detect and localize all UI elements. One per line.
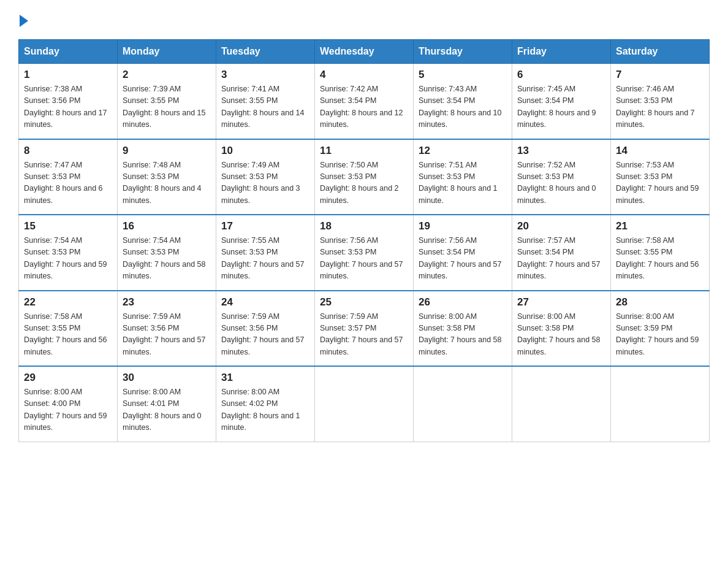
- column-header-tuesday: Tuesday: [216, 40, 315, 64]
- day-number: 14: [616, 145, 704, 157]
- calendar-day-20: 20 Sunrise: 7:57 AM Sunset: 3:54 PM Dayl…: [512, 215, 611, 291]
- day-info: Sunrise: 7:38 AM Sunset: 3:56 PM Dayligh…: [24, 83, 112, 131]
- calendar-day-10: 10 Sunrise: 7:49 AM Sunset: 3:53 PM Dayl…: [216, 139, 315, 215]
- calendar-day-28: 28 Sunrise: 8:00 AM Sunset: 3:59 PM Dayl…: [611, 291, 710, 367]
- calendar-day-31: 31 Sunrise: 8:00 AM Sunset: 4:02 PM Dayl…: [216, 366, 315, 442]
- day-number: 11: [320, 145, 408, 157]
- calendar-day-13: 13 Sunrise: 7:52 AM Sunset: 3:53 PM Dayl…: [512, 139, 611, 215]
- calendar-day-27: 27 Sunrise: 8:00 AM Sunset: 3:58 PM Dayl…: [512, 291, 611, 367]
- day-info: Sunrise: 7:48 AM Sunset: 3:53 PM Dayligh…: [123, 159, 211, 207]
- day-number: 8: [24, 145, 112, 157]
- calendar-day-9: 9 Sunrise: 7:48 AM Sunset: 3:53 PM Dayli…: [118, 139, 216, 215]
- day-info: Sunrise: 7:45 AM Sunset: 3:54 PM Dayligh…: [517, 83, 605, 131]
- day-number: 21: [616, 220, 704, 232]
- calendar-day-15: 15 Sunrise: 7:54 AM Sunset: 3:53 PM Dayl…: [19, 215, 118, 291]
- logo-arrow-icon: [20, 15, 28, 27]
- calendar-week-row: 29 Sunrise: 8:00 AM Sunset: 4:00 PM Dayl…: [19, 366, 710, 442]
- calendar-table: SundayMondayTuesdayWednesdayThursdayFrid…: [18, 39, 710, 442]
- calendar-empty-cell: [414, 366, 512, 442]
- day-number: 23: [123, 296, 211, 308]
- calendar-day-4: 4 Sunrise: 7:42 AM Sunset: 3:54 PM Dayli…: [315, 64, 414, 139]
- day-info: Sunrise: 8:00 AM Sunset: 3:58 PM Dayligh…: [517, 311, 605, 359]
- calendar-day-12: 12 Sunrise: 7:51 AM Sunset: 3:53 PM Dayl…: [414, 139, 512, 215]
- calendar-day-24: 24 Sunrise: 7:59 AM Sunset: 3:56 PM Dayl…: [216, 291, 315, 367]
- calendar-week-row: 8 Sunrise: 7:47 AM Sunset: 3:53 PM Dayli…: [19, 139, 710, 215]
- day-number: 9: [123, 145, 211, 157]
- day-number: 13: [517, 145, 605, 157]
- calendar-day-23: 23 Sunrise: 7:59 AM Sunset: 3:56 PM Dayl…: [118, 291, 216, 367]
- day-number: 30: [123, 372, 211, 384]
- day-info: Sunrise: 7:50 AM Sunset: 3:53 PM Dayligh…: [320, 159, 408, 207]
- column-header-friday: Friday: [512, 40, 611, 64]
- calendar-week-row: 22 Sunrise: 7:58 AM Sunset: 3:55 PM Dayl…: [19, 291, 710, 367]
- calendar-day-2: 2 Sunrise: 7:39 AM Sunset: 3:55 PM Dayli…: [118, 64, 216, 139]
- day-info: Sunrise: 7:47 AM Sunset: 3:53 PM Dayligh…: [24, 159, 112, 207]
- calendar-day-11: 11 Sunrise: 7:50 AM Sunset: 3:53 PM Dayl…: [315, 139, 414, 215]
- day-info: Sunrise: 7:55 AM Sunset: 3:53 PM Dayligh…: [221, 235, 309, 283]
- calendar-day-22: 22 Sunrise: 7:58 AM Sunset: 3:55 PM Dayl…: [19, 291, 118, 367]
- day-number: 12: [419, 145, 507, 157]
- day-info: Sunrise: 8:00 AM Sunset: 4:01 PM Dayligh…: [123, 386, 211, 434]
- day-number: 29: [24, 372, 112, 384]
- day-number: 24: [221, 296, 309, 308]
- calendar-empty-cell: [512, 366, 611, 442]
- column-header-thursday: Thursday: [414, 40, 512, 64]
- page-header: [18, 12, 710, 27]
- calendar-week-row: 15 Sunrise: 7:54 AM Sunset: 3:53 PM Dayl…: [19, 215, 710, 291]
- day-number: 26: [419, 296, 507, 308]
- calendar-day-5: 5 Sunrise: 7:43 AM Sunset: 3:54 PM Dayli…: [414, 64, 512, 139]
- calendar-header-row: SundayMondayTuesdayWednesdayThursdayFrid…: [19, 40, 710, 64]
- day-number: 20: [517, 220, 605, 232]
- day-info: Sunrise: 7:52 AM Sunset: 3:53 PM Dayligh…: [517, 159, 605, 207]
- day-number: 28: [616, 296, 704, 308]
- day-number: 22: [24, 296, 112, 308]
- calendar-day-7: 7 Sunrise: 7:46 AM Sunset: 3:53 PM Dayli…: [611, 64, 710, 139]
- day-number: 3: [221, 69, 309, 81]
- day-info: Sunrise: 8:00 AM Sunset: 4:02 PM Dayligh…: [221, 386, 309, 434]
- day-info: Sunrise: 7:56 AM Sunset: 3:53 PM Dayligh…: [320, 235, 408, 283]
- day-info: Sunrise: 7:41 AM Sunset: 3:55 PM Dayligh…: [221, 83, 309, 131]
- calendar-day-26: 26 Sunrise: 8:00 AM Sunset: 3:58 PM Dayl…: [414, 291, 512, 367]
- day-number: 15: [24, 220, 112, 232]
- day-info: Sunrise: 7:43 AM Sunset: 3:54 PM Dayligh…: [419, 83, 507, 131]
- calendar-day-6: 6 Sunrise: 7:45 AM Sunset: 3:54 PM Dayli…: [512, 64, 611, 139]
- day-info: Sunrise: 7:57 AM Sunset: 3:54 PM Dayligh…: [517, 235, 605, 283]
- day-info: Sunrise: 7:49 AM Sunset: 3:53 PM Dayligh…: [221, 159, 309, 207]
- day-number: 17: [221, 220, 309, 232]
- calendar-empty-cell: [611, 366, 710, 442]
- day-info: Sunrise: 7:54 AM Sunset: 3:53 PM Dayligh…: [123, 235, 211, 283]
- day-info: Sunrise: 7:51 AM Sunset: 3:53 PM Dayligh…: [419, 159, 507, 207]
- day-number: 4: [320, 69, 408, 81]
- calendar-day-16: 16 Sunrise: 7:54 AM Sunset: 3:53 PM Dayl…: [118, 215, 216, 291]
- day-number: 18: [320, 220, 408, 232]
- calendar-week-row: 1 Sunrise: 7:38 AM Sunset: 3:56 PM Dayli…: [19, 64, 710, 139]
- calendar-day-18: 18 Sunrise: 7:56 AM Sunset: 3:53 PM Dayl…: [315, 215, 414, 291]
- day-info: Sunrise: 7:46 AM Sunset: 3:53 PM Dayligh…: [616, 83, 704, 131]
- logo: [18, 12, 28, 27]
- day-info: Sunrise: 7:39 AM Sunset: 3:55 PM Dayligh…: [123, 83, 211, 131]
- column-header-wednesday: Wednesday: [315, 40, 414, 64]
- calendar-day-25: 25 Sunrise: 7:59 AM Sunset: 3:57 PM Dayl…: [315, 291, 414, 367]
- calendar-empty-cell: [315, 366, 414, 442]
- day-number: 10: [221, 145, 309, 157]
- day-info: Sunrise: 8:00 AM Sunset: 4:00 PM Dayligh…: [24, 386, 112, 434]
- day-number: 7: [616, 69, 704, 81]
- day-info: Sunrise: 7:59 AM Sunset: 3:56 PM Dayligh…: [221, 311, 309, 359]
- day-info: Sunrise: 7:58 AM Sunset: 3:55 PM Dayligh…: [24, 311, 112, 359]
- column-header-sunday: Sunday: [19, 40, 118, 64]
- day-info: Sunrise: 8:00 AM Sunset: 3:58 PM Dayligh…: [419, 311, 507, 359]
- day-number: 1: [24, 69, 112, 81]
- day-number: 31: [221, 372, 309, 384]
- calendar-day-14: 14 Sunrise: 7:53 AM Sunset: 3:53 PM Dayl…: [611, 139, 710, 215]
- day-number: 5: [419, 69, 507, 81]
- day-number: 16: [123, 220, 211, 232]
- calendar-day-17: 17 Sunrise: 7:55 AM Sunset: 3:53 PM Dayl…: [216, 215, 315, 291]
- calendar-day-8: 8 Sunrise: 7:47 AM Sunset: 3:53 PM Dayli…: [19, 139, 118, 215]
- day-number: 27: [517, 296, 605, 308]
- calendar-day-3: 3 Sunrise: 7:41 AM Sunset: 3:55 PM Dayli…: [216, 64, 315, 139]
- day-info: Sunrise: 7:58 AM Sunset: 3:55 PM Dayligh…: [616, 235, 704, 283]
- day-info: Sunrise: 7:53 AM Sunset: 3:53 PM Dayligh…: [616, 159, 704, 207]
- day-number: 25: [320, 296, 408, 308]
- day-info: Sunrise: 8:00 AM Sunset: 3:59 PM Dayligh…: [616, 311, 704, 359]
- day-info: Sunrise: 7:56 AM Sunset: 3:54 PM Dayligh…: [419, 235, 507, 283]
